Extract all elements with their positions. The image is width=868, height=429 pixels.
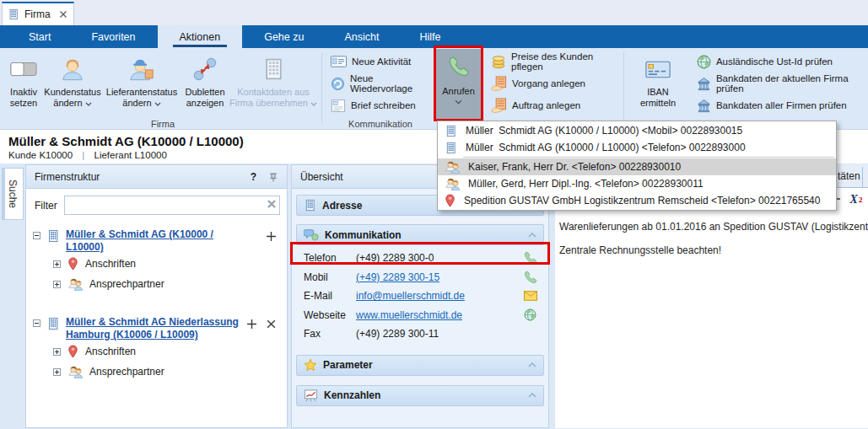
supplier-person-icon: [129, 56, 154, 82]
tab-aktivitaeten-fragment[interactable]: täten: [838, 170, 860, 182]
mobil-link[interactable]: (+49) 2289 300-15: [356, 271, 524, 283]
bankdaten-aktuelle-firma-button[interactable]: Bankdaten der aktuellen Firma prüfen: [693, 72, 868, 94]
phone-icon[interactable]: [524, 271, 537, 284]
row-label: Webseite: [304, 309, 356, 321]
globe-icon[interactable]: [524, 308, 536, 321]
email-link[interactable]: info@muellerschmidt.de: [356, 290, 524, 302]
company-link[interactable]: Müller & Schmidt AG (K10000 / L10000): [66, 228, 233, 254]
tab-firma[interactable]: Firma: [2, 2, 74, 25]
neue-aktivitaet-button[interactable]: Neue Aktivität: [327, 51, 411, 72]
superscript-button[interactable]: X2: [845, 190, 867, 208]
bank-icon: [697, 99, 711, 113]
expand-node-icon[interactable]: [53, 348, 61, 356]
expand-node-icon[interactable]: [53, 281, 61, 288]
notes-text-area[interactable]: Warenlieferungen ab 01.01.2016 an Spedit…: [555, 211, 868, 428]
phone-icon[interactable]: [524, 251, 537, 265]
section-kommunikation[interactable]: Kommunikation: [296, 224, 544, 245]
add-icon[interactable]: [266, 231, 277, 242]
row-email: E-Mail info@muellerschmidt.de: [296, 287, 544, 306]
company-icon: [46, 229, 60, 243]
chevron-down-icon: [154, 102, 161, 106]
bankdaten-alle-firmen-button[interactable]: Bankdaten aller Firmen prüfen: [693, 94, 868, 116]
ribbon-group-firma: Inaktiv setzen Kundenstatus ändern Liefe…: [5, 51, 321, 118]
note-line: Zentrale Rechnungsstelle beachten!: [559, 244, 868, 256]
lieferantenstatus-aendern-button[interactable]: Lieferantenstatus ändern: [103, 51, 181, 118]
section-parameter[interactable]: Parameter: [296, 355, 544, 376]
dropdown-item-company-telefon[interactable]: Müller Schmidt AG (K10000 / L10000) <Tel…: [438, 139, 836, 156]
filter-input[interactable]: [67, 197, 262, 213]
expand-node-icon[interactable]: [53, 260, 61, 268]
neue-wiedervorlage-button[interactable]: Neue Wiedervorlage: [327, 72, 434, 94]
company-gray-icon: [261, 57, 285, 81]
auftrag-anlegen-button[interactable]: Auftrag anlegen: [488, 94, 580, 116]
row-telefon: Telefon (+49) 2289 300-0: [296, 249, 544, 268]
section-kennzahlen[interactable]: Kennzahlen: [296, 385, 544, 406]
webseite-link[interactable]: www.muellerschmidt.de: [356, 309, 524, 321]
help-icon[interactable]: ?: [251, 171, 256, 183]
anrufen-button[interactable]: Anrufen: [436, 49, 481, 121]
vorgang-anlegen-button[interactable]: Vorgang anlegen: [488, 72, 585, 94]
dropdown-item-company-mobil[interactable]: Müller Schmidt AG (K10000 / L10000) <Mob…: [438, 122, 836, 139]
iban-ermitteln-button[interactable]: IBAN ermitteln: [629, 51, 687, 118]
contact-person-icon: [445, 160, 460, 174]
collapse-node-icon[interactable]: [33, 232, 40, 239]
pushpin-icon[interactable]: [268, 172, 278, 182]
ribbon-menu-bar: Start Favoriten Aktionen Gehe zu Ansicht…: [0, 25, 868, 48]
letter-icon: [331, 99, 346, 112]
dubletten-anzeigen-button[interactable]: Dubletten anzeigen: [181, 51, 229, 118]
preise-pflegen-button[interactable]: Preise des Kunden pflegen: [488, 51, 621, 72]
tab-separator: [862, 167, 863, 187]
firmenstruktur-title: Firmenstruktur: [35, 171, 100, 183]
ribbon-group-kommunikation-label: Kommunikation: [327, 119, 434, 129]
row-label: Fax: [304, 328, 356, 340]
followup-icon: [331, 77, 345, 91]
kundenstatus-aendern-button[interactable]: Kundenstatus ändern: [42, 51, 103, 118]
document-hand-icon: [491, 76, 507, 91]
dropdown-item-spedition[interactable]: Spedition GUSTAV GmbH Logistikzentrum Re…: [438, 192, 836, 209]
firmenstruktur-body: Filter Müller & Schmidt AG (K10000 / L10…: [25, 189, 288, 428]
branch-link[interactable]: Müller & Schmidt AG Niederlassung Hambur…: [66, 316, 245, 341]
menu-gehe-zu[interactable]: Gehe zu: [245, 25, 322, 48]
activity-card-icon: [331, 55, 347, 68]
menu-favoriten[interactable]: Favoriten: [73, 25, 154, 48]
dropdown-item-mueller-gerd[interactable]: Müller, Gerd, Herr Dipl.-Ing. <Telefon> …: [438, 175, 836, 192]
uebersicht-title: Übersicht: [300, 171, 343, 183]
note-line: Warenlieferungen ab 01.01.2016 an Spedit…: [559, 221, 868, 233]
dropdown-separator: [463, 157, 834, 158]
menu-ansicht[interactable]: Ansicht: [326, 25, 397, 48]
expand-node-icon[interactable]: [53, 368, 61, 376]
dropdown-item-kaiser[interactable]: Kaiser, Frank, Herr Dr. <Telefon> 002289…: [438, 158, 836, 175]
contact-person-icon: [67, 365, 83, 378]
location-pin-icon: [67, 257, 78, 271]
suche-side-tab[interactable]: Suche: [2, 168, 24, 220]
star-icon: [304, 358, 317, 372]
add-icon[interactable]: [246, 319, 257, 330]
ribbon-group-firma-label: Firma: [5, 119, 321, 129]
location-pin-icon: [445, 194, 456, 207]
mail-icon[interactable]: [524, 291, 537, 301]
menu-aktionen[interactable]: Aktionen: [158, 25, 243, 48]
contact-person-icon: [445, 177, 460, 190]
clear-filter-icon[interactable]: [267, 199, 277, 209]
subtitle-separator: |: [82, 150, 84, 160]
tree-item-anschriften: Anschriften: [53, 341, 282, 362]
ustid-pruefen-button[interactable]: Ausländische Ust-Id prüfen: [693, 51, 868, 72]
collapse-node-icon[interactable]: [33, 319, 40, 327]
menu-hilfe[interactable]: Hilfe: [401, 25, 459, 48]
uebersicht-body: Adresse Kommunikation Telefon (+49) 2289…: [291, 189, 549, 428]
brief-schreiben-button[interactable]: Brief schreiben: [327, 94, 416, 116]
close-tab-icon[interactable]: [59, 10, 67, 19]
remove-icon[interactable]: [266, 319, 277, 330]
company-icon: [46, 317, 60, 330]
document-hand-icon: [491, 98, 507, 113]
ribbon: Inaktiv setzen Kundenstatus ändern Liefe…: [0, 48, 868, 130]
row-label: Telefon: [304, 252, 356, 264]
firmenstruktur-header: Firmenstruktur ?: [25, 164, 288, 189]
anrufen-dropdown-menu: Müller Schmidt AG (K10000 / L10000) <Mob…: [437, 121, 837, 211]
page-title: Müller & Schmidt AG (K10000 / L10000): [8, 134, 244, 148]
inaktiv-setzen-button[interactable]: Inaktiv setzen: [5, 51, 42, 118]
tree-node-company: Müller & Schmidt AG (K10000 / L10000): [33, 228, 282, 254]
kunde-number: Kunde K10000: [8, 150, 73, 160]
telefon-link[interactable]: (+49) 2289 300-0: [356, 252, 524, 264]
menu-start[interactable]: Start: [10, 25, 69, 48]
